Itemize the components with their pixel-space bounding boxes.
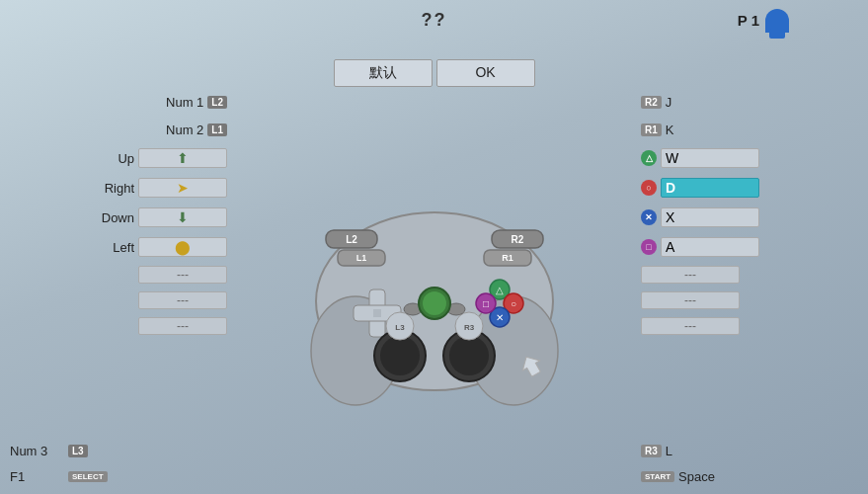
num2-label: Num 2	[166, 123, 203, 137]
down-row: Down ⬇	[10, 204, 227, 231]
dash-row-2: ---	[10, 288, 227, 312]
up-row: Up ⬆	[10, 144, 227, 172]
right-label: Right	[75, 181, 134, 196]
down-label: Down	[75, 210, 134, 225]
l3-badge: L3	[68, 445, 88, 457]
button-row: 默认 OK	[334, 59, 535, 87]
cross-input[interactable]: X	[661, 207, 759, 227]
start-row: START Space	[641, 464, 858, 488]
circle-row: ○ D	[641, 174, 858, 202]
r2-key: J	[666, 95, 672, 110]
svg-text:L1: L1	[355, 253, 366, 263]
svg-point-20	[449, 336, 489, 375]
right-input[interactable]: ➤	[138, 178, 227, 198]
right-dpad-icon: ➤	[177, 180, 189, 196]
num3-row: Num 3 L3	[10, 439, 227, 462]
square-btn: □	[641, 239, 657, 255]
r-dash-row-3: ---	[641, 314, 858, 338]
circle-btn: ○	[641, 180, 657, 196]
l1-badge: L1	[207, 124, 227, 136]
f1-row: F1 SELECT	[10, 464, 227, 488]
svg-rect-13	[373, 309, 381, 317]
r-dash-box-1[interactable]: ---	[641, 266, 740, 284]
r1-key: K	[666, 123, 674, 137]
start-key: Space	[678, 469, 715, 484]
r3-key: L	[666, 444, 672, 458]
cross-key: X	[666, 209, 674, 225]
r2-badge: R2	[641, 96, 662, 109]
triangle-key: W	[666, 150, 678, 166]
center-panel: L2 R2 L1 R1 L3 L3 R	[237, 89, 631, 494]
svg-point-34	[423, 291, 446, 315]
p1-icon	[765, 9, 789, 33]
cross-btn: ✕	[641, 209, 657, 225]
r-dash-box-2[interactable]: ---	[641, 291, 740, 309]
svg-text:L3: L3	[395, 323, 405, 332]
svg-point-15	[380, 336, 420, 375]
f1-label: F1	[10, 469, 64, 484]
svg-text:○: ○	[510, 298, 515, 309]
p1-label: P 1	[738, 9, 789, 33]
r1-row: R1 K	[641, 117, 858, 142]
dash-row-3: ---	[10, 314, 227, 338]
left-label: Left	[75, 240, 134, 255]
svg-text:R3: R3	[463, 323, 474, 332]
num1-label: Num 1	[166, 95, 203, 110]
right-row: Right ➤	[10, 174, 227, 202]
top-bar: ?? 默认 OK P 1	[0, 10, 868, 31]
bottom-left: Num 3 L3 F1 SELECT	[0, 433, 237, 494]
select-badge: SELECT	[68, 471, 108, 482]
cross-row: ✕ X	[641, 204, 858, 231]
svg-text:R2: R2	[511, 234, 523, 245]
up-dpad-icon: ⬆	[177, 150, 189, 166]
triangle-btn: △	[641, 150, 657, 166]
up-input[interactable]: ⬆	[138, 148, 227, 168]
ok-button[interactable]: OK	[436, 59, 535, 87]
dash-row-1: ---	[10, 263, 227, 287]
r-dash-row-2: ---	[641, 288, 858, 312]
left-dir-row: Left ⬤	[10, 233, 227, 261]
left-input[interactable]: ⬤	[138, 237, 227, 257]
r2-row: R2 J	[641, 89, 858, 115]
left-dpad-icon: ⬤	[175, 239, 191, 255]
down-input[interactable]: ⬇	[138, 207, 227, 227]
square-row: □ A	[641, 233, 858, 261]
r-dash-box-3[interactable]: ---	[641, 317, 740, 335]
svg-text:△: △	[496, 285, 504, 295]
svg-text:R1: R1	[502, 253, 513, 263]
r-dash-row-1: ---	[641, 263, 858, 287]
svg-text:□: □	[482, 298, 488, 309]
triangle-row: △ W	[641, 144, 858, 172]
r3-badge: R3	[641, 445, 662, 457]
num3-label: Num 3	[10, 444, 64, 458]
dash-box-3[interactable]: ---	[138, 317, 227, 335]
up-label: Up	[75, 151, 134, 166]
num2-row: Num 2 L1	[10, 117, 227, 142]
r1-badge: R1	[641, 124, 662, 136]
r3-row: R3 L	[641, 439, 858, 462]
circle-key: D	[666, 180, 675, 196]
start-badge: START	[641, 471, 674, 482]
triangle-input[interactable]: W	[661, 148, 759, 168]
square-key: A	[666, 239, 674, 255]
down-dpad-icon: ⬇	[177, 209, 189, 225]
circle-input[interactable]: D	[661, 178, 759, 198]
controller-svg: L2 R2 L1 R1 L3 L3 R	[296, 163, 573, 420]
l2-badge: L2	[207, 96, 227, 109]
num1-row: Num 1 L2	[10, 89, 227, 115]
svg-text:✕: ✕	[496, 312, 504, 323]
bottom-right: R3 L START Space	[631, 433, 868, 494]
svg-text:L2: L2	[346, 234, 357, 245]
dash-box-2[interactable]: ---	[138, 291, 227, 309]
dash-box-1[interactable]: ---	[138, 266, 227, 284]
square-input[interactable]: A	[661, 237, 759, 257]
default-button[interactable]: 默认	[334, 59, 433, 87]
question-marks: ??	[422, 10, 447, 31]
